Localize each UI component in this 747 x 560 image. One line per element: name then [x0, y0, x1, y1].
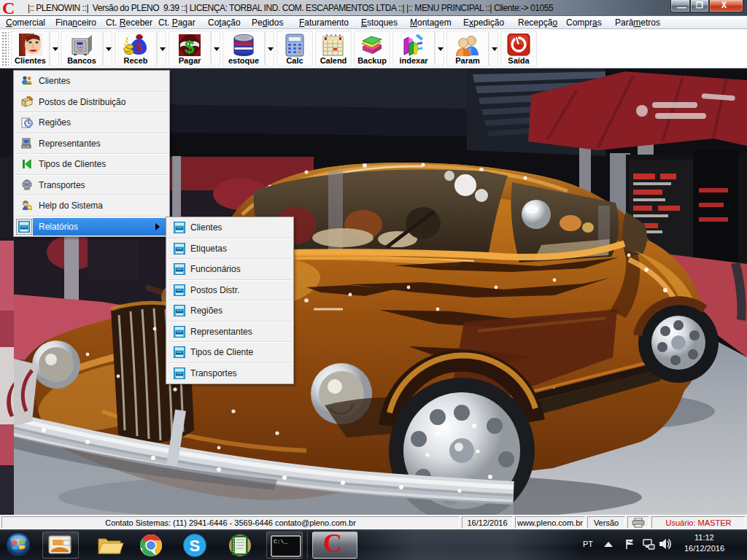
svg-text:S: S [190, 537, 201, 555]
svg-text:$: $ [136, 41, 142, 53]
svg-text:C:\_: C:\_ [274, 538, 287, 545]
svg-text:$: $ [185, 37, 195, 57]
